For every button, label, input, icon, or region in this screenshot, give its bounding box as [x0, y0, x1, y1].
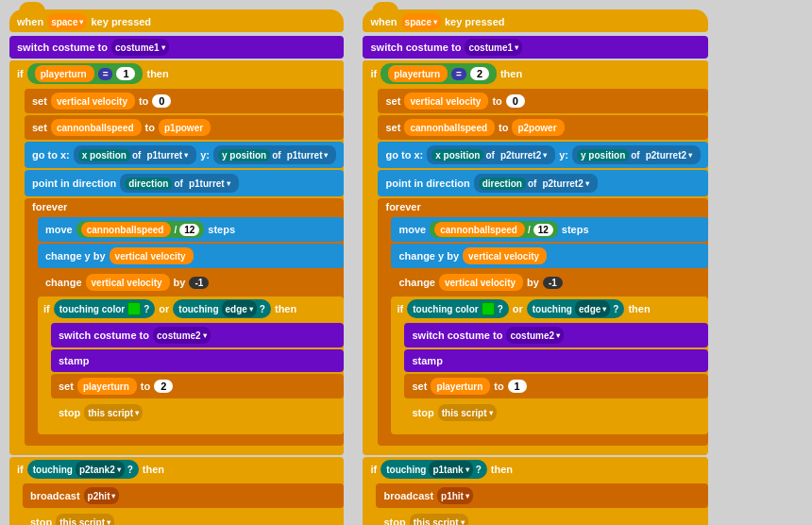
hat-block-left: when space key pressed — [9, 9, 344, 32]
hat-key-dropdown-right[interactable]: space — [401, 13, 441, 30]
stop-1-right: stop this script — [404, 400, 708, 425]
p1turret-dir-left[interactable]: p1turret — [185, 175, 234, 192]
set-vv-right: set vertical velocity to 0 — [378, 89, 708, 113]
forever-body-left: move cannonballspeed / 12 steps change y… — [38, 215, 344, 436]
set-pt-2-left: set playerturn to 2 — [51, 374, 344, 398]
hat-key-dropdown-left[interactable]: space — [47, 13, 87, 30]
scratch-area: when space key pressed switch costume to… — [0, 0, 812, 525]
p2turret-y-right[interactable]: p2turret2 — [642, 146, 696, 163]
edge-dropdown-left[interactable]: edge — [222, 300, 257, 317]
if-touching-p2tank2: if touching p2tank2 ? then broadcast p2h… — [9, 457, 344, 525]
stop-2-right: stop this script — [376, 510, 708, 525]
change-y-right: change y by vertical velocity — [391, 244, 708, 268]
if-block-player2: if playerturn = 2 then set vertical velo… — [363, 60, 708, 455]
if-condition-right: playerturn = 2 — [381, 63, 497, 84]
p2turret-dir-right[interactable]: p2turret2 — [538, 175, 592, 192]
edge-dropdown-right[interactable]: edge — [575, 300, 610, 317]
if-touching-p1tank: if touching p1tank ? then broadcast p1hi… — [363, 457, 708, 525]
stamp-right: stamp — [404, 349, 708, 372]
hat-keypressed-right: key pressed — [445, 16, 505, 27]
broadcast-p1hit: broadcast p1hit — [376, 483, 708, 508]
hat-label-right: when — [370, 16, 397, 27]
point-left: point in direction direction of p1turret — [25, 170, 344, 196]
forever-block-right: forever move cannonballspeed / 12 steps — [378, 198, 708, 446]
stamp-left: stamp — [51, 349, 344, 372]
goto-left: go to x: x position of p1turret y: y pos… — [25, 142, 344, 168]
p1turret-y-left[interactable]: p1turret — [283, 146, 332, 163]
color-swatch-right — [482, 302, 495, 315]
goto-right: go to x: x position of p2turret2 y: y po… — [378, 142, 708, 168]
forever-body-right: move cannonballspeed / 12 steps change y… — [391, 215, 708, 436]
set-cbs-right: set cannonballspeed to p2power — [378, 115, 708, 140]
cbs-var-left: cannonballspeed — [51, 119, 142, 136]
costume-dropdown-1-left[interactable]: costume1 — [111, 39, 169, 56]
switch-costume-1-left: switch costume to costume1 — [9, 36, 344, 59]
color-swatch-left — [127, 302, 141, 315]
p1turret-x-left[interactable]: p1turret — [143, 146, 192, 163]
move-right: move cannonballspeed / 12 steps — [391, 217, 708, 242]
if-condition-left: playerturn = 1 — [27, 63, 144, 84]
left-script-column: when space key pressed switch costume to… — [9, 9, 344, 516]
inner-if-body-right: switch costume to costume2 stamp set pla… — [404, 321, 708, 427]
right-script-column: when space key pressed switch costume to… — [363, 9, 708, 516]
set-vv-left: set vertical velocity to 0 — [25, 89, 344, 113]
switch-costume-2-left: switch costume to costume2 — [51, 323, 344, 347]
p1power-left: p1power — [159, 119, 211, 136]
costume-dropdown-1-right[interactable]: costume1 — [465, 39, 522, 56]
set-pt-1-right: set playerturn to 1 — [404, 374, 708, 398]
p2turret-x-right[interactable]: p2turret2 — [497, 146, 550, 163]
move-left: move cannonballspeed / 12 steps — [38, 217, 344, 242]
point-right: point in direction direction of p2turret… — [378, 170, 708, 196]
broadcast-p2hit: broadcast p2hit — [23, 483, 344, 508]
if-block-player1: if playerturn = 1 then set vertical velo… — [9, 60, 344, 455]
stop-1-left: stop this script — [51, 400, 344, 425]
set-cbs-left: set cannonballspeed to p1power — [25, 115, 344, 140]
change-vv-right: change vertical velocity by -1 — [391, 270, 708, 295]
stop-2-left: stop this script — [23, 510, 344, 525]
switch-costume-1-right: switch costume to costume1 — [363, 36, 708, 59]
inner-if-left: if touching color ? or tou — [38, 296, 344, 434]
inner-if-right: if touching color ? or touching edge — [391, 296, 708, 434]
forever-block-left: forever move cannonballspeed / 12 steps — [25, 198, 344, 446]
switch-costume-2-right: switch costume to costume2 — [404, 323, 708, 347]
hat-label-left: when — [17, 16, 43, 27]
change-y-left: change y by vertical velocity — [38, 244, 344, 268]
inner-if-body-left: switch costume to costume2 stamp set pla… — [51, 321, 344, 427]
hat-block-right: when space key pressed — [363, 9, 708, 32]
hat-keypressed-left: key pressed — [91, 16, 151, 27]
change-vv-left: change vertical velocity by -1 — [38, 270, 344, 295]
vv-var-left: vertical velocity — [51, 93, 135, 110]
